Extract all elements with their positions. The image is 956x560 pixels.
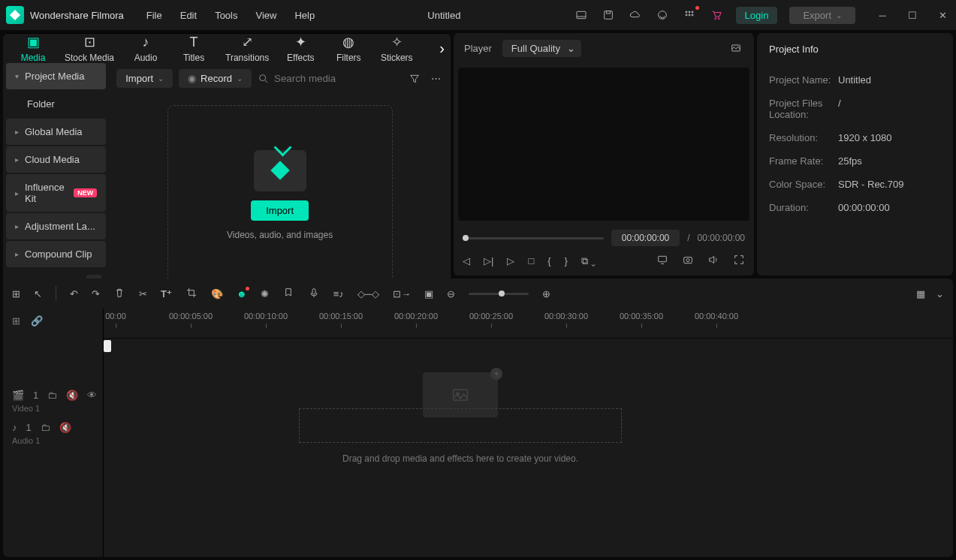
playhead-icon[interactable] <box>104 340 111 352</box>
maximize-icon[interactable]: ☐ <box>905 8 920 23</box>
mark-in-icon[interactable]: { <box>547 255 550 266</box>
split-icon[interactable]: ✂ <box>139 288 147 300</box>
tab-stock-media[interactable]: ⊡Stock Media <box>57 34 122 63</box>
menu-file[interactable]: File <box>146 10 162 21</box>
crop-icon[interactable] <box>185 287 198 301</box>
timeline-ruler[interactable]: 00:00 00:00:05:00 00:00:10:00 00:00:15:0… <box>104 309 953 339</box>
tab-audio[interactable]: ♪Audio <box>122 35 170 63</box>
render-icon[interactable]: ⊡→ <box>393 288 411 300</box>
redo-icon[interactable]: ↷ <box>92 288 100 300</box>
svg-rect-2 <box>604 11 612 20</box>
zoom-out-icon[interactable]: ⊖ <box>447 288 455 300</box>
undo-icon[interactable]: ↶ <box>70 288 78 300</box>
camera-icon[interactable] <box>682 254 694 268</box>
add-track-icon[interactable]: ⊞ <box>12 315 20 327</box>
save-icon[interactable] <box>601 8 616 23</box>
filter-icon[interactable] <box>407 71 422 86</box>
snap-icon[interactable]: ⊞ <box>12 288 20 300</box>
transitions-icon: ⤢ <box>242 34 253 50</box>
sidebar-item-compound[interactable]: ▸Compound Clip <box>6 241 106 267</box>
volume-icon[interactable] <box>707 254 719 268</box>
tabs-more-icon[interactable]: › <box>439 40 445 57</box>
folder-icon[interactable]: 🗀 <box>41 422 50 433</box>
support-icon[interactable] <box>655 8 670 23</box>
audio-track-header[interactable]: ♪1🗀🔇 Audio 1 <box>3 417 103 450</box>
prev-frame-icon[interactable]: ◁ <box>463 255 470 266</box>
menu-tools[interactable]: Tools <box>215 10 237 21</box>
svg-rect-3 <box>606 11 610 14</box>
sidebar-item-folder[interactable]: Folder <box>6 91 106 117</box>
tab-effects[interactable]: ✦Effects <box>276 34 324 63</box>
search-media[interactable] <box>258 73 401 85</box>
mute-icon[interactable]: 🔇 <box>59 422 71 433</box>
toolbar-more-icon[interactable]: ⌄ <box>936 288 944 300</box>
folder-icon[interactable]: 🗀 <box>47 390 57 401</box>
sidebar-item-global-media[interactable]: ▸Global Media <box>6 119 106 145</box>
marker-icon[interactable] <box>282 287 294 301</box>
record-button[interactable]: ◉Record⌄ <box>179 69 252 88</box>
import-button[interactable]: Import⌄ <box>116 69 173 88</box>
audio-mix-icon[interactable]: ≡♪ <box>333 288 344 300</box>
play-icon[interactable]: ▷ <box>507 255 514 266</box>
menu-view[interactable]: View <box>255 10 276 21</box>
preview-viewport[interactable] <box>458 68 749 221</box>
dropzone-import-button[interactable]: Import <box>251 200 309 221</box>
player-panel: Player Full Quality 00:00:00:00 / 00:00:… <box>454 33 754 275</box>
marker-list-icon[interactable]: ⧉ ⌄ <box>581 255 596 267</box>
cart-icon[interactable] <box>709 8 724 23</box>
group-icon[interactable]: ▣ <box>424 288 433 300</box>
speed-icon[interactable]: ✺ <box>261 288 269 300</box>
search-input[interactable] <box>274 73 401 84</box>
snapshot-icon[interactable] <box>728 41 743 56</box>
sidebar-item-adjustment[interactable]: ▸Adjustment La... <box>6 213 106 239</box>
sidebar-item-influence-kit[interactable]: ▸Influence KitNEW <box>6 174 106 212</box>
cursor-icon[interactable]: ↖ <box>34 288 42 300</box>
track-options-icon[interactable]: ▦ <box>916 288 925 300</box>
close-icon[interactable]: ✕ <box>935 8 950 23</box>
quality-select[interactable]: Full Quality <box>502 40 581 57</box>
next-frame-icon[interactable]: ▷| <box>484 255 493 266</box>
zoom-slider[interactable] <box>469 293 529 295</box>
seek-slider[interactable] <box>463 237 604 239</box>
import-dropzone[interactable]: Import Videos, audio, and images <box>167 105 393 285</box>
link-icon[interactable]: 🔗 <box>31 315 43 327</box>
current-timecode[interactable]: 00:00:00:00 <box>611 230 680 246</box>
export-button[interactable]: Export⌄ <box>789 7 855 24</box>
cloud-icon[interactable] <box>628 8 643 23</box>
visibility-icon[interactable]: 👁 <box>87 390 97 401</box>
more-icon[interactable]: ⋯ <box>428 71 443 86</box>
delete-icon[interactable] <box>113 287 125 301</box>
mute-icon[interactable]: 🔇 <box>66 390 78 401</box>
zoom-in-icon[interactable]: ⊕ <box>542 288 550 300</box>
apps-icon[interactable] <box>682 8 697 23</box>
video-track-header[interactable]: 🎬1🗀🔇👁 Video 1 <box>3 385 103 417</box>
video-track-icon: 🎬 <box>12 390 24 401</box>
display-icon[interactable] <box>656 254 668 268</box>
sidebar-item-project-media[interactable]: ▾Project Media <box>6 63 106 89</box>
fullscreen-icon[interactable] <box>733 254 745 268</box>
tab-titles[interactable]: TTitles <box>170 35 218 63</box>
voiceover-icon[interactable] <box>308 287 320 301</box>
tab-stickers[interactable]: ✧Stickers <box>372 34 421 63</box>
login-button[interactable]: Login <box>736 7 778 24</box>
tab-filters[interactable]: ◍Filters <box>324 34 372 63</box>
audio-icon: ♪ <box>143 35 149 50</box>
text-icon[interactable]: T⁺ <box>161 288 172 300</box>
mark-out-icon[interactable]: } <box>565 255 568 266</box>
timeline-tracks[interactable]: 00:00 00:00:05:00 00:00:10:00 00:00:15:0… <box>104 309 953 557</box>
keyframe-icon[interactable]: ◇─◇ <box>357 288 379 300</box>
tab-media[interactable]: ▣Media <box>9 34 57 63</box>
svg-rect-25 <box>312 288 315 294</box>
minimize-icon[interactable]: ─ <box>875 8 890 23</box>
layout-icon[interactable] <box>574 8 589 23</box>
sidebar-item-cloud-media[interactable]: ▸Cloud Media <box>6 146 106 173</box>
svg-point-8 <box>686 14 687 16</box>
search-icon <box>258 73 270 85</box>
info-label-resolution: Resolution: <box>769 132 838 143</box>
menu-help[interactable]: Help <box>294 10 315 21</box>
stop-icon[interactable]: □ <box>528 255 534 266</box>
tab-transitions[interactable]: ⤢Transitions <box>218 34 276 63</box>
color-icon[interactable]: 🎨 <box>211 288 223 300</box>
ai-icon[interactable]: ☻ <box>237 288 247 300</box>
menu-edit[interactable]: Edit <box>180 10 197 21</box>
